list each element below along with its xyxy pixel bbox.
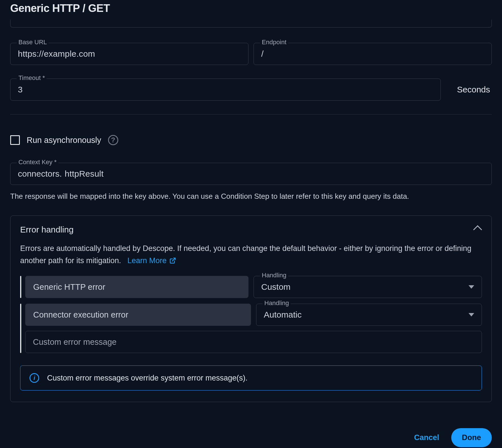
dropdown-caret-icon — [469, 285, 474, 289]
context-key-help-text: The response will be mapped into the key… — [10, 191, 492, 202]
custom-error-message-field[interactable] — [25, 331, 482, 353]
section-divider — [10, 114, 492, 115]
timeout-input[interactable] — [18, 85, 433, 94]
error-row: Generic HTTP error Handling Custom — [20, 276, 482, 298]
error-rail-1: Connector execution errorHandlingAutomat… — [20, 304, 482, 353]
context-key-input[interactable] — [65, 169, 484, 179]
done-button[interactable]: Done — [451, 428, 492, 447]
timeout-unit-label: Seconds — [446, 85, 492, 94]
endpoint-input[interactable] — [261, 49, 484, 59]
info-banner: i Custom error messages override system … — [20, 365, 482, 390]
run-async-label: Run asynchronously — [27, 136, 101, 145]
timeout-field[interactable]: Timeout * — [10, 79, 441, 101]
error-name-chip-0: Generic HTTP error — [25, 276, 248, 298]
endpoint-field[interactable]: Endpoint — [254, 43, 492, 65]
error-name-chip-1: Connector execution error — [25, 304, 251, 326]
collapse-icon[interactable] — [473, 225, 482, 234]
base-url-input[interactable] — [18, 49, 241, 59]
error-handling-title: Error handling — [20, 225, 73, 234]
base-url-label: Base URL — [17, 39, 48, 45]
error-handling-section: Error handling Errors are automatically … — [10, 215, 492, 402]
cancel-button[interactable]: Cancel — [411, 430, 442, 445]
svg-line-0 — [172, 258, 175, 261]
error-handling-desc-text: Errors are automatically handled by Desc… — [20, 244, 471, 265]
handling-label: Handling — [260, 272, 288, 278]
error-rail-0: Generic HTTP error — [20, 276, 248, 298]
context-key-label: Context Key * — [17, 159, 58, 165]
learn-more-link[interactable]: Learn More — [127, 255, 176, 267]
run-async-checkbox[interactable] — [10, 135, 20, 145]
learn-more-label: Learn More — [127, 255, 166, 267]
info-banner-text: Custom error messages override system er… — [47, 374, 248, 383]
handling-value: Custom — [261, 282, 290, 292]
custom-error-message-input[interactable] — [33, 337, 474, 347]
context-key-field[interactable]: Context Key * connectors. — [10, 163, 492, 185]
error-row: Connector execution errorHandlingAutomat… — [20, 304, 482, 353]
error-handling-description: Errors are automatically handled by Desc… — [20, 242, 482, 267]
handling-label: Handling — [263, 300, 291, 306]
external-link-icon — [169, 257, 176, 264]
info-icon: i — [29, 373, 39, 383]
dropdown-caret-icon — [469, 313, 474, 316]
base-url-field[interactable]: Base URL — [10, 43, 248, 65]
endpoint-label: Endpoint — [260, 39, 288, 45]
context-key-prefix: connectors. — [18, 169, 62, 179]
handling-value: Automatic — [264, 310, 301, 320]
page-title: Generic HTTP / GET — [10, 2, 492, 14]
timeout-label: Timeout * — [17, 75, 47, 81]
previous-field-remnant — [10, 20, 492, 28]
help-icon[interactable]: ? — [108, 135, 118, 145]
error-handling-select-1[interactable]: HandlingAutomatic — [256, 304, 482, 326]
error-handling-select-0b[interactable]: Handling Custom — [254, 276, 482, 298]
